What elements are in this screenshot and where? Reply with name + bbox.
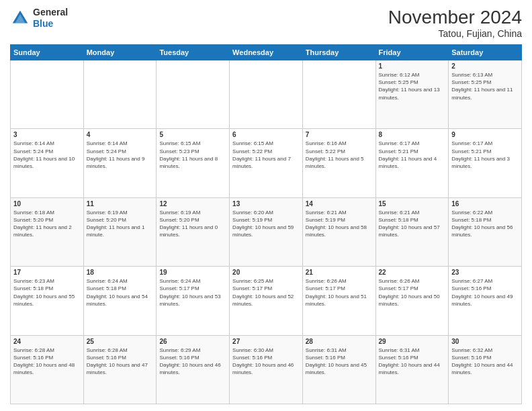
- day-cell: 16Sunrise: 6:22 AM Sunset: 5:18 PM Dayli…: [449, 197, 522, 266]
- day-number: 6: [232, 131, 300, 138]
- day-info: Sunrise: 6:21 AM Sunset: 5:19 PM Dayligh…: [306, 209, 373, 239]
- day-cell: 27Sunrise: 6:30 AM Sunset: 5:16 PM Dayli…: [230, 335, 303, 404]
- day-info: Sunrise: 6:21 AM Sunset: 5:18 PM Dayligh…: [379, 209, 446, 239]
- day-cell: 30Sunrise: 6:32 AM Sunset: 5:16 PM Dayli…: [449, 335, 522, 404]
- day-number: 15: [379, 200, 446, 208]
- week-row-2: 3Sunrise: 6:14 AM Sunset: 5:24 PM Daylig…: [11, 129, 522, 197]
- day-info: Sunrise: 6:24 AM Sunset: 5:18 PM Dayligh…: [87, 277, 154, 308]
- day-cell: 28Sunrise: 6:31 AM Sunset: 5:16 PM Dayli…: [302, 335, 375, 404]
- day-info: Sunrise: 6:20 AM Sunset: 5:19 PM Dayligh…: [232, 209, 300, 239]
- day-number: 3: [13, 131, 81, 138]
- day-cell: [83, 60, 157, 129]
- day-info: Sunrise: 6:14 AM Sunset: 5:24 PM Dayligh…: [87, 140, 154, 170]
- day-info: Sunrise: 6:28 AM Sunset: 5:16 PM Dayligh…: [13, 347, 81, 377]
- day-info: Sunrise: 6:26 AM Sunset: 5:17 PM Dayligh…: [306, 277, 373, 308]
- day-cell: 2Sunrise: 6:13 AM Sunset: 5:25 PM Daylig…: [449, 60, 522, 129]
- day-number: 18: [87, 269, 154, 276]
- day-info: Sunrise: 6:19 AM Sunset: 5:20 PM Dayligh…: [159, 209, 226, 239]
- logo-text: General Blue: [33, 7, 68, 30]
- day-cell: [11, 60, 84, 129]
- day-number: 17: [13, 269, 81, 276]
- day-cell: 26Sunrise: 6:29 AM Sunset: 5:16 PM Dayli…: [157, 335, 230, 404]
- day-info: Sunrise: 6:29 AM Sunset: 5:16 PM Dayligh…: [159, 347, 226, 377]
- day-cell: 14Sunrise: 6:21 AM Sunset: 5:19 PM Dayli…: [302, 197, 375, 266]
- day-info: Sunrise: 6:14 AM Sunset: 5:24 PM Dayligh…: [13, 140, 81, 170]
- day-cell: 4Sunrise: 6:14 AM Sunset: 5:24 PM Daylig…: [83, 129, 157, 197]
- day-info: Sunrise: 6:28 AM Sunset: 5:16 PM Dayligh…: [87, 347, 154, 377]
- day-number: 11: [87, 200, 154, 208]
- day-number: 28: [306, 338, 373, 345]
- day-number: 26: [159, 338, 226, 345]
- day-cell: 21Sunrise: 6:26 AM Sunset: 5:17 PM Dayli…: [302, 267, 375, 335]
- day-header-friday: Friday: [375, 45, 449, 60]
- day-info: Sunrise: 6:27 AM Sunset: 5:16 PM Dayligh…: [451, 277, 519, 308]
- day-info: Sunrise: 6:15 AM Sunset: 5:23 PM Dayligh…: [159, 140, 226, 170]
- day-info: Sunrise: 6:25 AM Sunset: 5:17 PM Dayligh…: [232, 277, 300, 308]
- day-cell: 5Sunrise: 6:15 AM Sunset: 5:23 PM Daylig…: [157, 129, 230, 197]
- day-cell: 3Sunrise: 6:14 AM Sunset: 5:24 PM Daylig…: [11, 129, 84, 197]
- day-header-tuesday: Tuesday: [157, 45, 230, 60]
- day-header-monday: Monday: [83, 45, 157, 60]
- day-info: Sunrise: 6:18 AM Sunset: 5:20 PM Dayligh…: [13, 209, 81, 239]
- day-info: Sunrise: 6:31 AM Sunset: 5:16 PM Dayligh…: [306, 347, 373, 377]
- day-cell: 25Sunrise: 6:28 AM Sunset: 5:16 PM Dayli…: [83, 335, 157, 404]
- title-area: November 2024 Tatou, Fujian, China: [388, 7, 522, 39]
- day-info: Sunrise: 6:31 AM Sunset: 5:16 PM Dayligh…: [379, 347, 446, 377]
- day-header-thursday: Thursday: [302, 45, 375, 60]
- day-number: 10: [13, 200, 81, 208]
- day-cell: 13Sunrise: 6:20 AM Sunset: 5:19 PM Dayli…: [230, 197, 303, 266]
- day-cell: 7Sunrise: 6:16 AM Sunset: 5:22 PM Daylig…: [302, 129, 375, 197]
- day-cell: 19Sunrise: 6:24 AM Sunset: 5:17 PM Dayli…: [157, 267, 230, 335]
- day-cell: 29Sunrise: 6:31 AM Sunset: 5:16 PM Dayli…: [375, 335, 449, 404]
- day-info: Sunrise: 6:24 AM Sunset: 5:17 PM Dayligh…: [159, 277, 226, 308]
- day-number: 22: [379, 269, 446, 276]
- day-number: 2: [451, 62, 519, 70]
- day-cell: 23Sunrise: 6:27 AM Sunset: 5:16 PM Dayli…: [449, 267, 522, 335]
- day-number: 14: [306, 200, 373, 208]
- day-cell: [230, 60, 303, 129]
- day-cell: 11Sunrise: 6:19 AM Sunset: 5:20 PM Dayli…: [83, 197, 157, 266]
- day-number: 13: [232, 200, 300, 208]
- day-cell: 17Sunrise: 6:23 AM Sunset: 5:18 PM Dayli…: [11, 267, 84, 335]
- day-number: 23: [451, 269, 519, 276]
- day-info: Sunrise: 6:17 AM Sunset: 5:21 PM Dayligh…: [379, 140, 446, 170]
- day-cell: [157, 60, 230, 129]
- day-number: 27: [232, 338, 300, 345]
- day-number: 1: [379, 62, 446, 70]
- day-info: Sunrise: 6:15 AM Sunset: 5:22 PM Dayligh…: [232, 140, 300, 170]
- day-cell: 10Sunrise: 6:18 AM Sunset: 5:20 PM Dayli…: [11, 197, 84, 266]
- logo-general: General: [33, 7, 68, 17]
- day-info: Sunrise: 6:23 AM Sunset: 5:18 PM Dayligh…: [13, 277, 81, 308]
- day-number: 19: [159, 269, 226, 276]
- day-info: Sunrise: 6:17 AM Sunset: 5:21 PM Dayligh…: [451, 140, 519, 170]
- day-number: 8: [379, 131, 446, 138]
- day-header-row: SundayMondayTuesdayWednesdayThursdayFrid…: [11, 45, 522, 60]
- day-number: 25: [87, 338, 154, 345]
- location: Tatou, Fujian, China: [388, 28, 522, 39]
- day-number: 12: [159, 200, 226, 208]
- day-cell: 20Sunrise: 6:25 AM Sunset: 5:17 PM Dayli…: [230, 267, 303, 335]
- day-number: 24: [13, 338, 81, 345]
- month-title: November 2024: [388, 7, 522, 28]
- day-header-wednesday: Wednesday: [230, 45, 303, 60]
- day-info: Sunrise: 6:30 AM Sunset: 5:16 PM Dayligh…: [232, 347, 300, 377]
- week-row-4: 17Sunrise: 6:23 AM Sunset: 5:18 PM Dayli…: [11, 267, 522, 335]
- day-cell: 15Sunrise: 6:21 AM Sunset: 5:18 PM Dayli…: [375, 197, 449, 266]
- day-number: 20: [232, 269, 300, 276]
- day-number: 9: [451, 131, 519, 138]
- day-number: 7: [306, 131, 373, 138]
- day-number: 21: [306, 269, 373, 276]
- day-cell: 22Sunrise: 6:26 AM Sunset: 5:17 PM Dayli…: [375, 267, 449, 335]
- week-row-3: 10Sunrise: 6:18 AM Sunset: 5:20 PM Dayli…: [11, 197, 522, 266]
- day-cell: 18Sunrise: 6:24 AM Sunset: 5:18 PM Dayli…: [83, 267, 157, 335]
- day-cell: 8Sunrise: 6:17 AM Sunset: 5:21 PM Daylig…: [375, 129, 449, 197]
- day-number: 29: [379, 338, 446, 345]
- day-info: Sunrise: 6:13 AM Sunset: 5:25 PM Dayligh…: [451, 71, 519, 101]
- day-number: 5: [159, 131, 226, 138]
- week-row-5: 24Sunrise: 6:28 AM Sunset: 5:16 PM Dayli…: [11, 335, 522, 404]
- day-info: Sunrise: 6:12 AM Sunset: 5:25 PM Dayligh…: [379, 71, 446, 101]
- day-cell: 24Sunrise: 6:28 AM Sunset: 5:16 PM Dayli…: [11, 335, 84, 404]
- day-cell: 9Sunrise: 6:17 AM Sunset: 5:21 PM Daylig…: [449, 129, 522, 197]
- logo-blue: Blue: [33, 18, 53, 29]
- logo: General Blue: [10, 7, 68, 30]
